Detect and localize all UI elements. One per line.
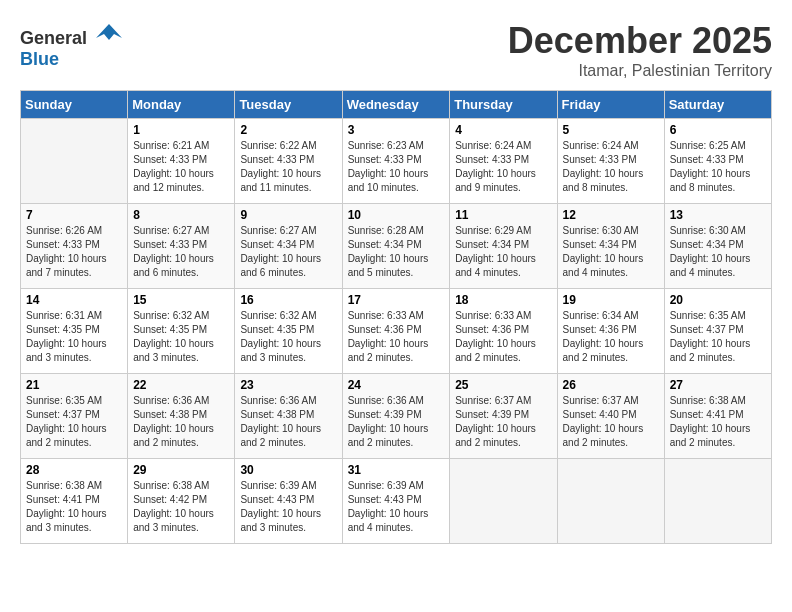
day-info: Sunrise: 6:34 AM Sunset: 4:36 PM Dayligh…	[563, 309, 659, 365]
calendar-cell: 9Sunrise: 6:27 AM Sunset: 4:34 PM Daylig…	[235, 204, 342, 289]
day-info: Sunrise: 6:33 AM Sunset: 4:36 PM Dayligh…	[348, 309, 445, 365]
logo: General Blue	[20, 20, 124, 70]
month-year-title: December 2025	[508, 20, 772, 62]
calendar-cell: 14Sunrise: 6:31 AM Sunset: 4:35 PM Dayli…	[21, 289, 128, 374]
day-info: Sunrise: 6:21 AM Sunset: 4:33 PM Dayligh…	[133, 139, 229, 195]
calendar-cell	[21, 119, 128, 204]
day-number: 18	[455, 293, 551, 307]
calendar-cell: 6Sunrise: 6:25 AM Sunset: 4:33 PM Daylig…	[664, 119, 771, 204]
day-info: Sunrise: 6:32 AM Sunset: 4:35 PM Dayligh…	[240, 309, 336, 365]
calendar-cell: 12Sunrise: 6:30 AM Sunset: 4:34 PM Dayli…	[557, 204, 664, 289]
calendar-cell: 5Sunrise: 6:24 AM Sunset: 4:33 PM Daylig…	[557, 119, 664, 204]
calendar-cell: 23Sunrise: 6:36 AM Sunset: 4:38 PM Dayli…	[235, 374, 342, 459]
column-header-thursday: Thursday	[450, 91, 557, 119]
calendar-cell: 2Sunrise: 6:22 AM Sunset: 4:33 PM Daylig…	[235, 119, 342, 204]
day-number: 23	[240, 378, 336, 392]
day-info: Sunrise: 6:36 AM Sunset: 4:39 PM Dayligh…	[348, 394, 445, 450]
calendar-cell: 8Sunrise: 6:27 AM Sunset: 4:33 PM Daylig…	[128, 204, 235, 289]
day-info: Sunrise: 6:22 AM Sunset: 4:33 PM Dayligh…	[240, 139, 336, 195]
day-info: Sunrise: 6:36 AM Sunset: 4:38 PM Dayligh…	[133, 394, 229, 450]
day-info: Sunrise: 6:32 AM Sunset: 4:35 PM Dayligh…	[133, 309, 229, 365]
day-number: 9	[240, 208, 336, 222]
day-info: Sunrise: 6:30 AM Sunset: 4:34 PM Dayligh…	[563, 224, 659, 280]
day-number: 3	[348, 123, 445, 137]
calendar-cell: 11Sunrise: 6:29 AM Sunset: 4:34 PM Dayli…	[450, 204, 557, 289]
day-number: 19	[563, 293, 659, 307]
calendar-table: SundayMondayTuesdayWednesdayThursdayFrid…	[20, 90, 772, 544]
day-info: Sunrise: 6:35 AM Sunset: 4:37 PM Dayligh…	[26, 394, 122, 450]
day-info: Sunrise: 6:37 AM Sunset: 4:39 PM Dayligh…	[455, 394, 551, 450]
day-number: 12	[563, 208, 659, 222]
day-info: Sunrise: 6:30 AM Sunset: 4:34 PM Dayligh…	[670, 224, 766, 280]
title-block: December 2025 Itamar, Palestinian Territ…	[508, 20, 772, 80]
day-info: Sunrise: 6:38 AM Sunset: 4:41 PM Dayligh…	[26, 479, 122, 535]
logo-blue: Blue	[20, 49, 59, 69]
day-info: Sunrise: 6:29 AM Sunset: 4:34 PM Dayligh…	[455, 224, 551, 280]
day-info: Sunrise: 6:26 AM Sunset: 4:33 PM Dayligh…	[26, 224, 122, 280]
column-header-sunday: Sunday	[21, 91, 128, 119]
day-info: Sunrise: 6:37 AM Sunset: 4:40 PM Dayligh…	[563, 394, 659, 450]
day-number: 24	[348, 378, 445, 392]
day-number: 28	[26, 463, 122, 477]
day-number: 27	[670, 378, 766, 392]
day-number: 5	[563, 123, 659, 137]
day-info: Sunrise: 6:27 AM Sunset: 4:33 PM Dayligh…	[133, 224, 229, 280]
calendar-cell: 21Sunrise: 6:35 AM Sunset: 4:37 PM Dayli…	[21, 374, 128, 459]
day-number: 8	[133, 208, 229, 222]
day-info: Sunrise: 6:24 AM Sunset: 4:33 PM Dayligh…	[455, 139, 551, 195]
day-info: Sunrise: 6:25 AM Sunset: 4:33 PM Dayligh…	[670, 139, 766, 195]
day-number: 6	[670, 123, 766, 137]
calendar-cell: 30Sunrise: 6:39 AM Sunset: 4:43 PM Dayli…	[235, 459, 342, 544]
calendar-cell: 1Sunrise: 6:21 AM Sunset: 4:33 PM Daylig…	[128, 119, 235, 204]
logo-text: General Blue	[20, 20, 124, 70]
calendar-cell: 25Sunrise: 6:37 AM Sunset: 4:39 PM Dayli…	[450, 374, 557, 459]
calendar-header-row: SundayMondayTuesdayWednesdayThursdayFrid…	[21, 91, 772, 119]
day-number: 13	[670, 208, 766, 222]
day-info: Sunrise: 6:27 AM Sunset: 4:34 PM Dayligh…	[240, 224, 336, 280]
logo-bird-icon	[94, 20, 124, 44]
calendar-cell: 10Sunrise: 6:28 AM Sunset: 4:34 PM Dayli…	[342, 204, 450, 289]
calendar-week-row: 28Sunrise: 6:38 AM Sunset: 4:41 PM Dayli…	[21, 459, 772, 544]
day-number: 2	[240, 123, 336, 137]
day-number: 7	[26, 208, 122, 222]
calendar-cell: 7Sunrise: 6:26 AM Sunset: 4:33 PM Daylig…	[21, 204, 128, 289]
calendar-cell: 20Sunrise: 6:35 AM Sunset: 4:37 PM Dayli…	[664, 289, 771, 374]
day-number: 25	[455, 378, 551, 392]
calendar-cell	[557, 459, 664, 544]
calendar-cell: 24Sunrise: 6:36 AM Sunset: 4:39 PM Dayli…	[342, 374, 450, 459]
day-number: 14	[26, 293, 122, 307]
calendar-cell: 16Sunrise: 6:32 AM Sunset: 4:35 PM Dayli…	[235, 289, 342, 374]
day-info: Sunrise: 6:24 AM Sunset: 4:33 PM Dayligh…	[563, 139, 659, 195]
day-number: 30	[240, 463, 336, 477]
calendar-cell: 15Sunrise: 6:32 AM Sunset: 4:35 PM Dayli…	[128, 289, 235, 374]
calendar-cell: 19Sunrise: 6:34 AM Sunset: 4:36 PM Dayli…	[557, 289, 664, 374]
calendar-week-row: 21Sunrise: 6:35 AM Sunset: 4:37 PM Dayli…	[21, 374, 772, 459]
day-info: Sunrise: 6:23 AM Sunset: 4:33 PM Dayligh…	[348, 139, 445, 195]
calendar-cell: 29Sunrise: 6:38 AM Sunset: 4:42 PM Dayli…	[128, 459, 235, 544]
day-info: Sunrise: 6:39 AM Sunset: 4:43 PM Dayligh…	[240, 479, 336, 535]
day-number: 29	[133, 463, 229, 477]
column-header-friday: Friday	[557, 91, 664, 119]
day-info: Sunrise: 6:31 AM Sunset: 4:35 PM Dayligh…	[26, 309, 122, 365]
day-number: 21	[26, 378, 122, 392]
calendar-cell	[664, 459, 771, 544]
column-header-monday: Monday	[128, 91, 235, 119]
day-number: 11	[455, 208, 551, 222]
day-number: 26	[563, 378, 659, 392]
column-header-tuesday: Tuesday	[235, 91, 342, 119]
calendar-cell	[450, 459, 557, 544]
day-number: 4	[455, 123, 551, 137]
calendar-cell: 28Sunrise: 6:38 AM Sunset: 4:41 PM Dayli…	[21, 459, 128, 544]
day-info: Sunrise: 6:38 AM Sunset: 4:42 PM Dayligh…	[133, 479, 229, 535]
svg-marker-0	[96, 24, 122, 40]
calendar-week-row: 1Sunrise: 6:21 AM Sunset: 4:33 PM Daylig…	[21, 119, 772, 204]
column-header-saturday: Saturday	[664, 91, 771, 119]
day-info: Sunrise: 6:33 AM Sunset: 4:36 PM Dayligh…	[455, 309, 551, 365]
logo-general: General	[20, 28, 87, 48]
location-subtitle: Itamar, Palestinian Territory	[508, 62, 772, 80]
page-header: General Blue December 2025 Itamar, Pales…	[20, 20, 772, 80]
calendar-week-row: 7Sunrise: 6:26 AM Sunset: 4:33 PM Daylig…	[21, 204, 772, 289]
column-header-wednesday: Wednesday	[342, 91, 450, 119]
calendar-cell: 26Sunrise: 6:37 AM Sunset: 4:40 PM Dayli…	[557, 374, 664, 459]
day-info: Sunrise: 6:35 AM Sunset: 4:37 PM Dayligh…	[670, 309, 766, 365]
